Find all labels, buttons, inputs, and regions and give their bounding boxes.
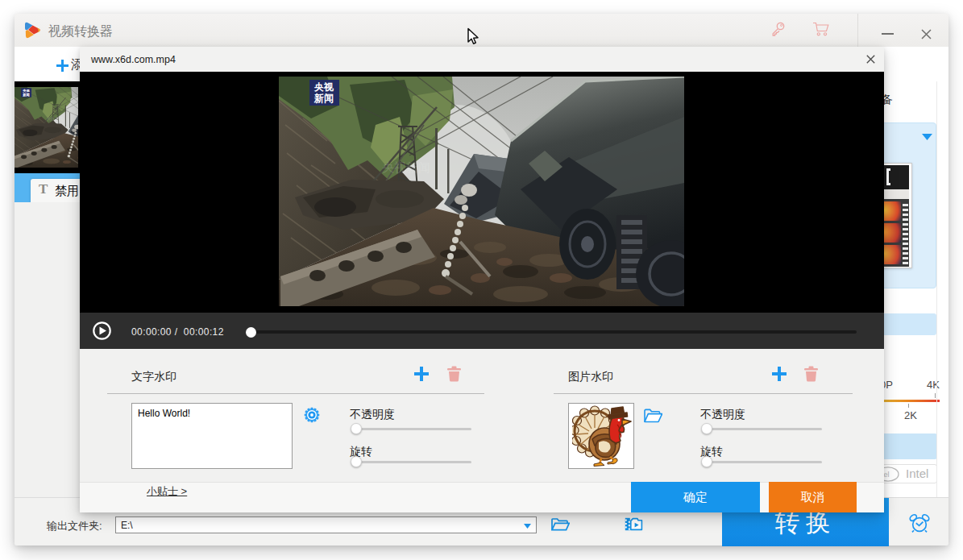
svg-text:央视: 央视 <box>313 81 334 93</box>
svg-text:新闻: 新闻 <box>313 93 334 104</box>
svg-text:央视新闻: 央视新闻 <box>382 160 430 174</box>
